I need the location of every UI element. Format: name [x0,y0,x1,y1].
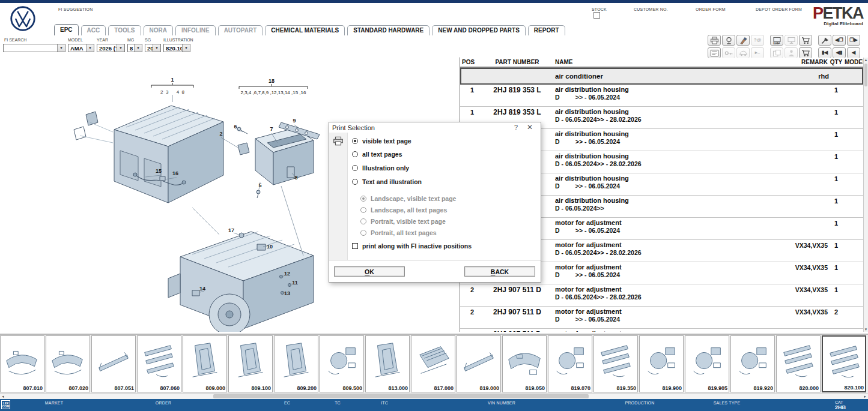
thumbnail-809.000[interactable]: 809.000 [183,335,227,392]
col-remark[interactable]: REMARK [781,59,829,65]
thumbnail-819.000[interactable]: 819.000 [457,335,501,392]
stock-checkbox[interactable] [593,12,600,19]
checkbox-icon[interactable] [352,243,358,249]
cart-icon[interactable] [799,47,812,58]
chevron-down-icon[interactable]: ▼ [86,44,94,52]
group-row-air-conditioner[interactable]: air conditioner rhd [460,68,863,85]
thumbnail-819.050[interactable]: 819.050 [502,335,547,392]
thumbnail-819.070[interactable]: 819.070 [548,335,592,392]
ok-button[interactable]: OK [334,266,405,277]
petka-logo: PETKA Digital Eliteboard [813,5,863,26]
nav-prev-icon[interactable]: ◀▮ [833,47,846,58]
page-prev-icon[interactable]: ◀❐ [833,35,846,46]
col-name[interactable]: NAME [550,59,781,65]
thumbnail-820.100[interactable]: 820.100 [822,335,866,392]
status-itc: ITC [381,401,388,405]
table-row[interactable]: 12HJ 819 353 Lair distribution housingD … [460,85,863,107]
radio-all-text-pages[interactable]: all text pages [352,150,402,158]
illustration-combo[interactable]: 820.100▼ [163,44,190,52]
tab-nora[interactable]: NORA [144,25,173,35]
page-next-icon[interactable]: ❐▶ [847,35,860,46]
thumbnail-819.920[interactable]: 819.920 [730,335,775,392]
tab-epc[interactable]: EPC [54,24,79,35]
tab-standard-hardware[interactable]: STANDARD HARDWARE [347,25,429,35]
col-model[interactable]: MODEL [843,59,863,65]
scroll-down-icon[interactable]: ▼ [864,327,868,332]
year-combo[interactable]: 2026 (T)▼ [97,44,125,52]
thumbnail-809.500[interactable]: 809.500 [320,335,364,392]
scroll-up-icon[interactable]: ▲ [864,58,868,62]
chevron-down-icon[interactable]: ▼ [153,44,160,52]
thumbnail-807.051[interactable]: 807.051 [91,335,136,392]
callout-2: 2 [219,131,222,137]
tab-report[interactable]: REPORT [528,25,565,35]
table-row[interactable]: 22HJ 907 511 Dmotor for adjustmentVX34,V… [460,329,863,332]
status-ec: EC [284,401,290,405]
nav-back-icon[interactable]: ◀ [847,47,860,58]
elsa-icon[interactable]: ELSA [770,35,783,46]
thumbnail-819.350[interactable]: 819.350 [593,335,638,392]
thumbnail-817.000[interactable]: 817.000 [411,335,455,392]
thumbnail-813.000[interactable]: 813.000 [365,335,410,392]
table-vertical-scrollbar[interactable]: ▲ ▼ [863,58,868,332]
col-part-number[interactable]: PART NUMBER [484,59,550,65]
toolbar-row-1: ?@ELSA◀❐❐▶ [708,35,860,46]
lexcom-logo: LEX COM [1,400,10,409]
cart-export-icon[interactable] [799,35,812,46]
chevron-down-icon[interactable]: ▼ [117,44,124,52]
dialog-separator [329,260,541,260]
model-combo[interactable]: AMA▼ [68,44,94,52]
thumbnail-820.000[interactable]: 820.000 [776,335,821,392]
thumbnail-819.900[interactable]: 819.900 [639,335,684,392]
chevron-down-icon[interactable]: ▼ [134,44,142,52]
thumbnail-809.200[interactable]: 809.200 [274,335,318,392]
scroll-left-icon[interactable]: ◂ [2,394,4,399]
table-row[interactable]: 22HJ 907 511 Dmotor for adjustmentD >> -… [460,307,863,329]
thumbnail-807.020[interactable]: 807.020 [46,335,90,392]
radio-visible-text-page[interactable]: visible text page [352,137,411,145]
print-icon[interactable] [708,35,721,46]
radio-text-and-illustration[interactable]: Text and illustration [352,178,422,186]
thumbnail-horizontal-scrollbar[interactable]: ◂ ▸ [0,393,868,399]
nav-first-icon[interactable]: ▮◀ [818,47,831,58]
back-button[interactable]: BACK [464,266,535,277]
col-pos[interactable]: POS [460,59,484,65]
table-row[interactable]: 22HJ 907 511 Dmotor for adjustmentD - 06… [460,284,863,307]
tab-autopart[interactable]: AUTOPART [218,25,263,35]
order-list-icon[interactable] [708,47,721,58]
pin-icon[interactable] [818,35,831,46]
thumbnail-807.060[interactable]: 807.060 [137,335,181,392]
radio-illustration-only[interactable]: Illustration only [352,164,409,172]
chevron-down-icon[interactable]: ▼ [182,44,190,52]
tab-infoline[interactable]: INFOLINE [175,25,216,35]
mg-combo[interactable]: 8▼ [127,44,142,52]
fi-inactive-checkbox-row[interactable]: print along with FI inactive positions [352,242,472,250]
thumbnail-809.100[interactable]: 809.100 [228,335,273,392]
sg-label: SG [145,38,151,42]
cell-name: air distribution housingD >> - 06.05.202… [550,86,781,106]
scrollbar-thumb[interactable] [213,394,589,398]
fi-search-combo[interactable]: ▼ [3,44,65,52]
epc-application: FI SUGGESTION STOCK CUSTOMER NO. ORDER F… [0,0,868,411]
chevron-down-icon[interactable]: ▼ [57,44,65,52]
tab-chemical-materials[interactable]: CHEMICAL MATERIALS [265,25,345,35]
scrollbar-thumb[interactable] [864,64,867,86]
mg-label: MG [127,38,134,42]
tab-new-and-dropped-parts[interactable]: NEW AND DROPPED PARTS [432,25,526,35]
thumbnail-label: 820.000 [799,385,819,391]
scroll-right-icon[interactable]: ▸ [864,394,866,399]
stamp-icon[interactable] [722,35,735,46]
thumbnail-807.010[interactable]: 807.010 [0,335,44,392]
marker-icon[interactable] [736,35,750,46]
petka-rest: ETKA [823,4,864,22]
dialog-close-button[interactable]: ✕ [527,123,533,131]
col-qty[interactable]: QTY [829,59,843,65]
thumbnail-819.905[interactable]: 819.905 [685,335,729,392]
user-icon [785,47,798,58]
tab-tools[interactable]: TOOLS [108,25,141,35]
dialog-help-button[interactable]: ? [514,124,518,131]
illustration-label: ILLUSTRATION [163,38,193,42]
sg-combo[interactable]: 20▼ [145,44,161,52]
tab-acc[interactable]: ACC [81,25,106,35]
cell-rem: VX34,VX35 [781,308,829,328]
